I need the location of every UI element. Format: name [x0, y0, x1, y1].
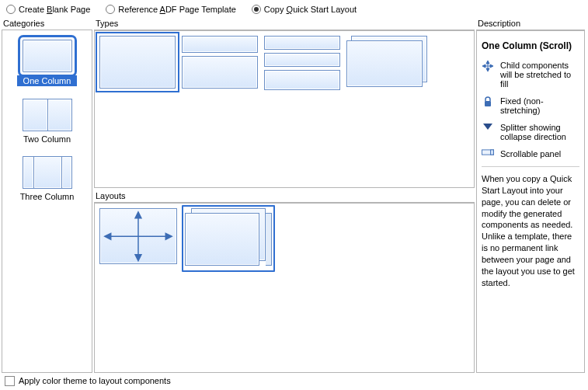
svg-marker-5: [165, 233, 172, 239]
legend-splitter: Splitter showing collapse direction: [482, 123, 579, 141]
types-list: [94, 30, 475, 188]
lock-icon: [482, 96, 494, 107]
description-title-header: Description: [476, 17, 585, 30]
radio-copy-quick-start[interactable]: Copy Quick Start Layout: [252, 5, 357, 14]
layout-option-scroll[interactable]: [185, 208, 272, 269]
splitter-icon: [482, 123, 494, 131]
three-column-thumb-icon: [23, 156, 72, 189]
description-layout-name: One Column (Scroll): [482, 40, 579, 51]
svg-rect-12: [485, 101, 491, 106]
legend-text: Scrollable panel: [500, 149, 579, 158]
category-one-column[interactable]: One Column: [7, 35, 87, 94]
description-paragraph: When you copy a Quick Start Layout into …: [482, 173, 579, 288]
radio-icon: [6, 5, 16, 14]
radio-label: Create Blank Page: [19, 5, 90, 14]
legend-fixed: Fixed (non-stretching): [482, 96, 579, 115]
layouts-list: [94, 203, 475, 373]
svg-marker-8: [486, 68, 489, 71]
category-two-column[interactable]: Two Column: [7, 94, 87, 151]
type-option-4[interactable]: [346, 36, 432, 89]
svg-marker-10: [482, 64, 485, 68]
stretch-icon: [482, 61, 494, 71]
radio-icon: [106, 5, 115, 14]
radio-reference-adf-template[interactable]: Reference ADF Page Template: [106, 5, 235, 14]
category-three-column[interactable]: Three Column: [7, 151, 87, 209]
apply-theme-checkbox[interactable]: [5, 376, 15, 386]
type-option-1[interactable]: [99, 36, 176, 89]
categories-list: One Column Two Column Three Column: [2, 30, 92, 373]
category-label: Three Column: [20, 192, 75, 201]
stretch-arrows-icon: [100, 209, 176, 264]
types-title: Types: [94, 17, 475, 30]
divider: [482, 166, 579, 167]
type-option-2[interactable]: [182, 36, 258, 89]
type-option-3[interactable]: [264, 36, 340, 90]
svg-marker-1: [135, 212, 141, 218]
svg-marker-7: [486, 61, 489, 64]
svg-marker-11: [490, 64, 493, 68]
categories-title: Categories: [2, 17, 92, 30]
apply-theme-label: Apply color theme to layout components: [19, 376, 171, 385]
radio-icon: [252, 5, 261, 14]
layouts-title: Layouts: [94, 190, 475, 203]
legend-stretch: Child components will be stretched to fi…: [482, 61, 579, 89]
svg-marker-13: [483, 124, 492, 130]
radio-label: Reference ADF Page Template: [118, 5, 235, 14]
svg-rect-15: [491, 150, 494, 155]
category-label: One Column: [17, 75, 78, 86]
scrollable-panel-icon: [482, 149, 494, 155]
one-column-thumb-icon: [23, 40, 72, 72]
layout-option-stretch[interactable]: [99, 208, 177, 264]
scrollbar-icon: [266, 213, 272, 266]
radio-label: Copy Quick Start Layout: [264, 5, 357, 14]
legend-text: Child components will be stretched to fi…: [500, 61, 579, 89]
two-column-thumb-icon: [23, 99, 72, 131]
radio-create-blank-page[interactable]: Create Blank Page: [6, 5, 90, 14]
legend-text: Fixed (non-stretching): [500, 96, 579, 115]
description-panel: One Column (Scroll) Child components wil…: [476, 30, 585, 373]
legend-text: Splitter showing collapse direction: [500, 123, 579, 141]
legend-scrollable: Scrollable panel: [482, 149, 579, 158]
svg-marker-4: [105, 233, 111, 239]
svg-marker-2: [135, 255, 141, 261]
category-label: Two Column: [23, 134, 71, 144]
